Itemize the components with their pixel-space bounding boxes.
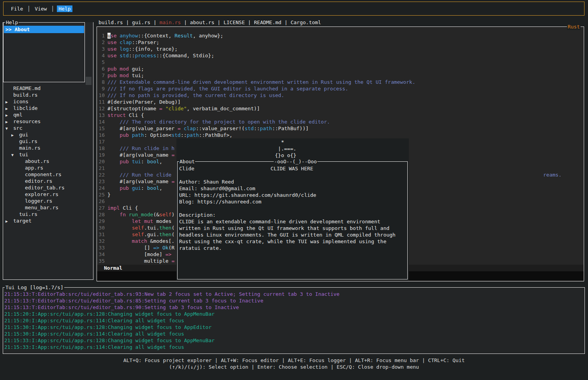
help-dropdown-menu: Help >> About <box>3 22 85 82</box>
explorer-item-editor-rs[interactable]: editor.rs <box>3 178 93 184</box>
code-token: std <box>171 132 180 138</box>
code-line[interactable]: 8/// Extendable command-line driven deve… <box>97 79 583 85</box>
explorer-item-tui-rs[interactable]: tui.rs <box>3 211 93 217</box>
explorer-item-editor-tab-rs[interactable]: editor_tab.rs <box>3 184 93 191</box>
editor-tab-build-rs[interactable]: build.rs <box>99 19 123 25</box>
code-line[interactable]: 6pub mod gui; <box>97 65 583 72</box>
explorer-item-main-rs[interactable]: main.rs <box>3 145 93 151</box>
code-line[interactable]: 12#[structopt(name = "clide", verbatim_d… <box>97 105 583 112</box>
line-number: 21 <box>99 165 105 171</box>
code-token: ( <box>171 232 174 237</box>
code-line[interactable]: 13struct Cli { <box>97 112 583 118</box>
code-token: ::Parser; <box>132 39 159 45</box>
menu-item-file[interactable]: File <box>9 5 25 12</box>
code-token: :: <box>129 53 135 58</box>
explorer-item-app-rs[interactable]: app.rs <box>3 164 93 171</box>
explorer-item-libclide[interactable]: ▶libclide <box>3 105 93 111</box>
code-line[interactable]: 15 #[arg(value_parser = clap::value_pars… <box>97 125 583 132</box>
editor-tab-readme-md[interactable]: README.md <box>254 19 281 25</box>
code-line[interactable]: 1use anyhow::{Context, Result, anyhow}; <box>97 32 583 39</box>
editor-tab-cargo-toml[interactable]: Cargo.toml <box>290 19 321 25</box>
menu-separator: │ <box>51 6 54 12</box>
code-token: , <box>159 159 162 164</box>
explorer-item-tui[interactable]: ▼tui <box>3 151 93 158</box>
line-number: 19 <box>99 152 105 158</box>
language-badge: Rust <box>567 23 581 30</box>
explorer-item-label: src <box>13 125 22 131</box>
code-token: ) <box>171 212 174 217</box>
code-token: self <box>159 212 171 217</box>
code-line[interactable]: 9/// If no flags are provided, the GUI e… <box>97 85 583 92</box>
explorer-item-explorer-rs[interactable]: explorer.rs <box>3 191 93 198</box>
explorer-item-build-rs[interactable]: build.rs <box>3 92 93 98</box>
code-token: std <box>245 125 254 131</box>
explorer-item-label: gui.rs <box>19 138 37 144</box>
code-token: /// If no path is provided, the current … <box>107 92 284 98</box>
code-token: match <box>107 238 147 244</box>
line-number: 20 <box>99 158 105 165</box>
explorer-item-readme-md[interactable]: README.md <box>3 85 93 92</box>
explorer-item-about-rs[interactable]: about.rs <box>3 158 93 164</box>
collapsed-arrow-icon: ▶ <box>11 132 19 138</box>
explorer-scrollbar-thumb[interactable] <box>86 77 92 85</box>
code-token: ::value_parser!( <box>196 125 245 131</box>
line-number: 29 <box>99 218 105 224</box>
code-token: pub mod <box>107 72 129 78</box>
explorer-item-component-rs[interactable]: component.rs <box>3 171 93 178</box>
explorer-item-gui-rs[interactable]: gui.rs <box>3 138 93 145</box>
line-number: 11 <box>99 99 105 105</box>
explorer-item-gui[interactable]: ▶gui <box>3 131 93 138</box>
code-line[interactable]: 3use log::{info, trace}; <box>97 46 583 52</box>
explorer-item-menu-bar-rs[interactable]: menu_bar.rs <box>3 204 93 211</box>
explorer-item-label: editor.rs <box>25 178 52 184</box>
code-line[interactable]: 10/// If no path is provided, the curren… <box>97 92 583 99</box>
menu-bar-items: File│View│Help <box>9 5 75 12</box>
explorer-item-resources[interactable]: ▶resources <box>3 118 93 125</box>
expanded-arrow-icon: ▼ <box>5 125 13 132</box>
explorer-item-src[interactable]: ▼src <box>3 125 93 131</box>
tab-separator: | <box>123 19 132 25</box>
code-line[interactable]: 2use clap::Parser; <box>97 39 583 46</box>
file-tree: README.mdbuild.rs▶icons▶libclide▶qml▶res… <box>3 85 93 224</box>
shortcut-bar-line2: (↑/k)/(↓/j): Select option | Enter: Choo… <box>0 364 588 370</box>
code-token: modes <box>153 218 171 224</box>
explorer-item-icons[interactable]: ▶icons <box>3 98 93 105</box>
editor-tab-gui-rs[interactable]: gui.rs <box>132 19 150 25</box>
menu-item-help[interactable]: Help <box>57 5 72 12</box>
code-token <box>162 106 165 111</box>
code-token: = <box>159 106 162 111</box>
line-number: 9 <box>99 85 105 92</box>
code-token: reams. <box>543 171 562 178</box>
explorer-item-label: main.rs <box>19 145 40 151</box>
code-token <box>107 232 132 237</box>
code-token: fn <box>107 212 126 217</box>
code-line[interactable]: 14 /// The root directory for the projec… <box>97 118 583 125</box>
code-line[interactable]: 5 <box>97 59 583 65</box>
editor-tab-license[interactable]: LICENSE <box>224 19 245 25</box>
explorer-item-label: editor_tab.rs <box>25 185 65 191</box>
line-number: 17 <box>99 138 105 145</box>
code-line[interactable]: 7pub mod tui; <box>97 72 583 79</box>
line-number: 6 <box>99 65 105 72</box>
code-token: anyhow <box>120 33 138 39</box>
line-number: 28 <box>99 211 105 218</box>
line-number: 10 <box>99 92 105 99</box>
explorer-item-logger-rs[interactable]: logger.rs <box>3 198 93 204</box>
code-token: bool <box>147 185 159 191</box>
code-line[interactable]: 16 pub path: Option<std::path::PathBuf>, <box>97 132 583 138</box>
code-token <box>129 132 132 138</box>
explorer-item-qml[interactable]: ▶qml <box>3 111 93 118</box>
code-token: Cli { <box>126 112 144 118</box>
code-line[interactable]: 4use std::process::{Command, Stdio}; <box>97 52 583 59</box>
explorer-item-label: target <box>13 218 32 224</box>
help-menu-item-about[interactable]: >> About <box>4 26 84 33</box>
code-line[interactable]: 11#[derive(Parser, Debug)] <box>97 99 583 105</box>
editor-tab-bar: build.rs | gui.rs | main.rs | about.rs |… <box>99 19 321 26</box>
line-number: 33 <box>99 244 105 251</box>
editor-tab-about-rs[interactable]: about.rs <box>190 19 215 25</box>
collapsed-arrow-icon: ▶ <box>5 112 13 118</box>
editor-tab-main-rs[interactable]: main.rs <box>160 19 181 25</box>
explorer-item-target[interactable]: ▶target <box>3 217 93 224</box>
menu-item-view[interactable]: View <box>33 5 48 12</box>
tab-separator: | <box>245 19 254 25</box>
